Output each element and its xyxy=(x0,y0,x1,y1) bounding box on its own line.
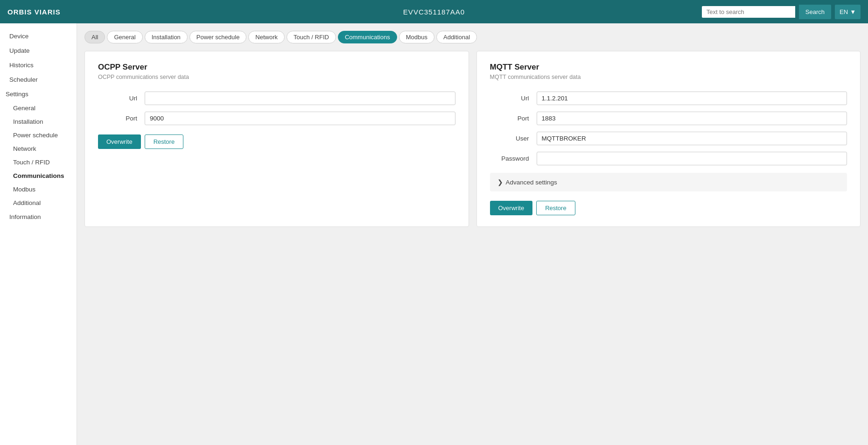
sidebar-item-additional[interactable]: Additional xyxy=(0,196,77,210)
sidebar-item-scheduler[interactable]: Scheduler xyxy=(0,72,77,87)
mqtt-password-row: Password xyxy=(490,152,847,165)
tab-general[interactable]: General xyxy=(107,31,142,43)
mqtt-card-title: MQTT Server xyxy=(490,63,847,72)
sidebar-item-information[interactable]: Information xyxy=(0,210,77,224)
mqtt-port-label: Port xyxy=(490,115,537,122)
chevron-right-icon: ❯ xyxy=(497,178,503,186)
mqtt-port-input[interactable] xyxy=(537,112,847,125)
tab-touch-rfid[interactable]: Touch / RFID xyxy=(287,31,336,43)
search-button[interactable]: Search xyxy=(799,5,831,19)
mqtt-url-input[interactable] xyxy=(537,92,847,105)
language-button[interactable]: EN ▼ xyxy=(835,5,861,19)
mqtt-password-input[interactable] xyxy=(537,152,847,165)
cards-row: OCPP Server OCPP communications server d… xyxy=(84,51,861,227)
mqtt-user-row: User xyxy=(490,132,847,145)
tab-modbus[interactable]: Modbus xyxy=(399,31,434,43)
mqtt-user-label: User xyxy=(490,135,537,142)
sidebar-item-historics[interactable]: Historics xyxy=(0,58,77,72)
mqtt-restore-button[interactable]: Restore xyxy=(536,201,575,215)
ocpp-restore-button[interactable]: Restore xyxy=(145,134,184,149)
ocpp-port-row: Port xyxy=(98,112,455,125)
sidebar-item-power-schedule[interactable]: Power schedule xyxy=(0,128,77,142)
advanced-settings-toggle[interactable]: ❯ Advanced settings xyxy=(490,173,847,191)
layout: Device Update Historics Scheduler Settin… xyxy=(0,23,868,445)
sidebar-item-touch-rfid[interactable]: Touch / RFID xyxy=(0,155,77,169)
sidebar-item-settings[interactable]: Settings xyxy=(0,87,77,101)
ocpp-card: OCPP Server OCPP communications server d… xyxy=(84,51,469,227)
chevron-down-icon: ▼ xyxy=(850,8,856,15)
search-input[interactable] xyxy=(702,6,795,18)
ocpp-url-row: Url xyxy=(98,92,455,105)
advanced-settings-label: Advanced settings xyxy=(506,179,557,186)
ocpp-card-subtitle: OCPP communications server data xyxy=(98,74,455,80)
tab-communications[interactable]: Communications xyxy=(338,31,397,43)
sidebar-item-installation[interactable]: Installation xyxy=(0,115,77,128)
ocpp-overwrite-button[interactable]: Overwrite xyxy=(98,134,141,149)
sidebar-item-network[interactable]: Network xyxy=(0,142,77,155)
sidebar: Device Update Historics Scheduler Settin… xyxy=(0,23,77,445)
ocpp-actions: Overwrite Restore xyxy=(98,134,455,149)
mqtt-url-row: Url xyxy=(490,92,847,105)
mqtt-overwrite-button[interactable]: Overwrite xyxy=(490,201,533,215)
sidebar-item-communications[interactable]: Communications xyxy=(0,169,77,183)
sidebar-item-update[interactable]: Update xyxy=(0,43,77,58)
header: ORBIS VIARIS EVVC351187AA0 Search EN ▼ xyxy=(0,0,868,23)
tab-all[interactable]: All xyxy=(84,31,105,43)
sidebar-item-device[interactable]: Device xyxy=(0,29,77,43)
ocpp-port-input[interactable] xyxy=(145,112,455,125)
tab-network[interactable]: Network xyxy=(248,31,285,43)
mqtt-port-row: Port xyxy=(490,112,847,125)
sidebar-item-modbus[interactable]: Modbus xyxy=(0,183,77,196)
tab-additional[interactable]: Additional xyxy=(436,31,477,43)
ocpp-url-input[interactable] xyxy=(145,92,455,105)
mqtt-card: MQTT Server MQTT communications server d… xyxy=(476,51,861,227)
mqtt-url-label: Url xyxy=(490,95,537,102)
ocpp-card-title: OCPP Server xyxy=(98,63,455,72)
header-right: Search EN ▼ xyxy=(702,5,861,19)
tab-power-schedule[interactable]: Power schedule xyxy=(189,31,247,43)
mqtt-user-input[interactable] xyxy=(537,132,847,145)
mqtt-actions: Overwrite Restore xyxy=(490,201,847,215)
ocpp-url-label: Url xyxy=(98,95,145,102)
logo: ORBIS VIARIS xyxy=(7,8,61,16)
ocpp-port-label: Port xyxy=(98,115,145,122)
device-id: EVVC351187AA0 xyxy=(403,8,465,16)
tab-bar: All General Installation Power schedule … xyxy=(84,31,861,43)
main-content: All General Installation Power schedule … xyxy=(77,23,868,445)
mqtt-password-label: Password xyxy=(490,155,537,162)
tab-installation[interactable]: Installation xyxy=(145,31,188,43)
mqtt-card-subtitle: MQTT communications server data xyxy=(490,74,847,80)
sidebar-item-general[interactable]: General xyxy=(0,101,77,115)
